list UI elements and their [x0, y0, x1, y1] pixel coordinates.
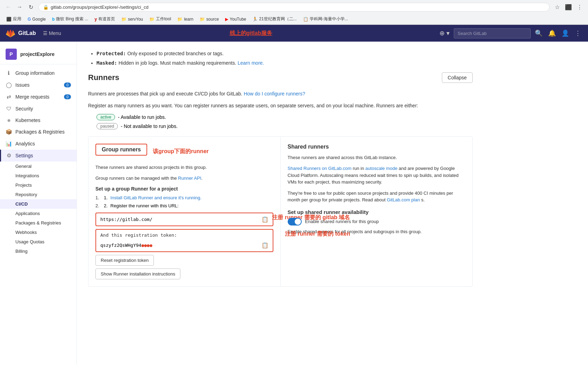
search-input[interactable]	[454, 28, 531, 38]
packages-icon: 📦	[6, 129, 12, 135]
token-label: And this registration token:	[100, 232, 177, 238]
copy-url-icon[interactable]: 📋	[261, 216, 268, 223]
more-nav-btn[interactable]: ⋮	[573, 28, 582, 38]
menu-button[interactable]: ☰ Menu	[40, 29, 64, 37]
sidebar-sub-billing[interactable]: Billing	[0, 246, 77, 256]
back-button[interactable]: ←	[3, 2, 13, 12]
address-text: gitlab.com/groups/projectExplore/-/setti…	[51, 5, 545, 10]
sidebar-item-kubernetes[interactable]: ⎈ Kubernetes	[0, 114, 77, 126]
issues-badge: 0	[64, 83, 71, 87]
browser-toolbar: ← → ↻ 🔒 gitlab.com/groups/projectExplore…	[0, 0, 588, 14]
sidebar-sub-repository[interactable]: Repository	[0, 190, 77, 199]
bookmark-worktool[interactable]: 📁 工作tool	[146, 15, 174, 23]
active-desc: - Available to run jobs.	[118, 114, 166, 120]
extensions-button[interactable]: ⬛	[564, 2, 573, 12]
sidebar-item-settings[interactable]: ⚙ Settings	[0, 150, 77, 162]
token-masked: ●●●●	[141, 243, 152, 248]
search-icon-btn[interactable]: 🔍	[533, 28, 544, 38]
bookmark-21century[interactable]: 🏃 21世纪教育网（二...	[250, 15, 299, 23]
shared-runners-title: Shared runners	[288, 144, 466, 150]
sidebar-item-merge-requests[interactable]: ⇄ Merge requests 0	[0, 91, 77, 103]
xueke-icon: 📋	[303, 17, 308, 22]
bookmark-source[interactable]: 📁 source	[197, 16, 222, 23]
plan-link[interactable]: GitLab.com plan	[387, 197, 420, 202]
setup-title: Set up a group Runner for a project	[95, 186, 273, 192]
sidebar-sub-applications[interactable]: Applications	[0, 209, 77, 218]
sidebar-sub-usage-quotas[interactable]: Usage Quotas	[0, 237, 77, 246]
runner-api-link[interactable]: Runner API	[178, 176, 201, 181]
gitlab-logo-svg	[6, 28, 15, 38]
copy-token-icon[interactable]: 📋	[261, 242, 268, 249]
group-name: projectExplore	[20, 51, 55, 57]
paused-desc: - Not available to run jobs.	[121, 123, 178, 129]
shared-runners-desc2: Shared Runners on GitLab.com run in auto…	[288, 165, 466, 186]
bookmark-google[interactable]: G Google	[25, 16, 49, 23]
autoscale-link[interactable]: autoscale mode	[365, 166, 397, 171]
main-layout: P projectExplore ℹ Group information ◯ I…	[0, 42, 588, 365]
more-button[interactable]: ⋮	[575, 2, 585, 12]
install-runner-link[interactable]: Install GitLab Runner and ensure it's ru…	[110, 195, 201, 200]
sidebar-item-security[interactable]: 🛡 Security	[0, 103, 77, 114]
bell-icon-btn[interactable]: 🔔	[547, 28, 557, 38]
sidebar-item-analytics[interactable]: 📊 Analytics	[0, 138, 77, 150]
folder-icon-1: 📁	[121, 17, 127, 22]
hamburger-icon: ☰	[43, 30, 48, 36]
folder-icon-3: 📁	[177, 17, 182, 22]
runners-section: Protected: Only exposed to protected bra…	[88, 50, 473, 287]
mr-badge: 0	[64, 94, 71, 99]
runners-desc-2: Register as many runners as you want. Yo…	[88, 102, 473, 109]
bullet-masked: Masked: Hidden in job logs. Must match m…	[96, 59, 473, 67]
sidebar-sub-cicd[interactable]: CI/CD	[0, 199, 77, 209]
star-button[interactable]: ☆	[552, 2, 562, 12]
folder-icon-2: 📁	[149, 17, 155, 22]
setup-steps: 1. Install GitLab Runner and ensure it's…	[95, 195, 273, 208]
reset-token-button[interactable]: Reset registration token	[95, 255, 154, 266]
topnav-right: ⊕ ▾ 🔍 🔔 👤 ⋮	[438, 28, 582, 38]
youdao-icon: y	[94, 17, 97, 22]
sidebar-sub-general[interactable]: General	[0, 162, 77, 171]
bookmark-apps[interactable]: ⬛ 应用	[3, 15, 24, 23]
forward-button[interactable]: →	[15, 2, 24, 12]
settings-icon: ⚙	[6, 152, 12, 159]
group-info-icon: ℹ	[6, 70, 12, 76]
bookmark-xueke[interactable]: 📋 学科网-海量中小学...	[300, 15, 351, 23]
sidebar-item-group-information[interactable]: ℹ Group information	[0, 67, 77, 79]
shared-runners-desc1: These runners are shared across this Git…	[288, 154, 466, 161]
status-badges-list: active - Available to run jobs. paused -…	[96, 114, 473, 129]
info-bullets: Protected: Only exposed to protected bra…	[96, 50, 473, 67]
configure-runners-link[interactable]: How do I configure runners?	[244, 91, 305, 96]
sidebar-sub-integrations[interactable]: Integrations	[0, 171, 77, 180]
sidebar-sub-webhooks[interactable]: Webhooks	[0, 228, 77, 237]
plus-button[interactable]: ⊕ ▾	[438, 28, 451, 38]
gitlab-topnav: GitLab ☰ Menu 线上的gitlab服务 ⊕ ▾ 🔍 🔔 👤 ⋮	[0, 25, 588, 42]
lock-icon: 🔒	[43, 5, 49, 10]
bookmark-bing[interactable]: b 微软 Bing 搜索 ...	[49, 15, 91, 23]
sidebar-item-packages[interactable]: 📦 Packages & Registries	[0, 126, 77, 138]
user-settings-btn[interactable]: 👤	[560, 28, 571, 38]
service-title: 线上的gitlab服务	[68, 30, 434, 37]
enable-shared-runners-toggle[interactable]: ✓	[288, 218, 302, 226]
learn-more-link[interactable]: Learn more.	[238, 60, 264, 66]
setup-step-2: 2. Register the runner with this URL:	[95, 203, 273, 208]
toggle-knob	[295, 219, 301, 225]
bookmark-learn[interactable]: 📁 learn	[174, 16, 196, 23]
browser-actions: ☆ ⬛ ⋮	[552, 2, 585, 12]
address-bar[interactable]: 🔒 gitlab.com/groups/projectExplore/-/set…	[38, 3, 550, 12]
bing-icon: b	[52, 17, 55, 22]
paused-badge: paused	[96, 123, 118, 129]
sidebar-item-issues[interactable]: ◯ Issues 0	[0, 79, 77, 91]
bookmark-servyou[interactable]: 📁 servYou	[119, 16, 146, 23]
bookmark-youtube[interactable]: ▶ YouTube	[222, 16, 249, 23]
kubernetes-icon: ⎈	[6, 117, 12, 123]
gitlab-logo-link[interactable]: GitLab	[6, 28, 36, 38]
sidebar-sub-projects[interactable]: Projects	[0, 180, 77, 190]
refresh-button[interactable]: ↻	[26, 2, 36, 12]
folder-icon-4: 📁	[200, 17, 205, 22]
collapse-button[interactable]: Collapse	[442, 72, 473, 83]
bullet-protected: Protected: Only exposed to protected bra…	[96, 50, 473, 57]
analytics-icon: 📊	[6, 141, 12, 147]
bookmark-youdao[interactable]: y 有道首页	[92, 15, 118, 23]
shared-runners-gitlab-link[interactable]: Shared Runners on GitLab.com	[288, 166, 352, 171]
show-runner-instructions-button[interactable]: Show Runner installation instructions	[95, 269, 180, 279]
sidebar-sub-packages-registries[interactable]: Packages & Registries	[0, 218, 77, 228]
